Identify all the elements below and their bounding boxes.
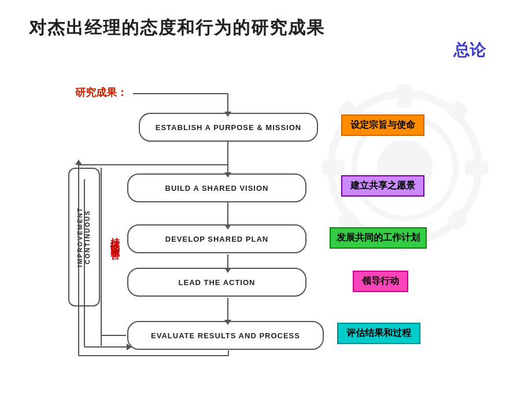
flow-box-evaluate: EVALUATE RESULTS AND PROCESS [127, 321, 324, 350]
main-title: 对杰出经理的态度和行为的研究成果 [29, 16, 325, 40]
svg-rect-5 [322, 160, 345, 175]
flow-box-establish: ESTABLISH A PURPOSE & MISSION [139, 113, 318, 142]
cn-box-5: 评估结果和过程 [337, 323, 420, 344]
flow-box-develop: DEVELOP SHARED PLAN [127, 224, 306, 253]
svg-rect-6 [465, 160, 488, 175]
cn-continuous-text: 持续性的改善 [109, 230, 121, 244]
cn-box-3: 发展共同的工作计划 [330, 227, 427, 249]
svg-marker-34 [75, 160, 82, 165]
continuous-improvement-box: CONTINUOUSIMPROVEMENT [68, 168, 100, 306]
research-label: 研究成果： [75, 86, 127, 99]
cn-box-4: 领导行动 [353, 271, 408, 292]
continuous-improvement-text: CONTINUOUSIMPROVEMENT [76, 207, 91, 267]
svg-rect-3 [397, 84, 412, 108]
watermark-icon [312, 46, 497, 289]
slide: 对杰出经理的态度和行为的研究成果 总论 研究成果： [0, 0, 532, 399]
cn-box-1: 设定宗旨与使命 [341, 114, 424, 136]
cn-continuous-improvement: 持续性的改善 [106, 173, 123, 301]
svg-rect-9 [446, 99, 470, 123]
flow-box-lead: LEAD THE ACTION [127, 268, 306, 297]
section-label: 总论 [453, 39, 486, 61]
flow-box-build: BUILD A SHARED VISION [127, 173, 306, 202]
cn-box-2: 建立共享之愿景 [341, 175, 424, 197]
